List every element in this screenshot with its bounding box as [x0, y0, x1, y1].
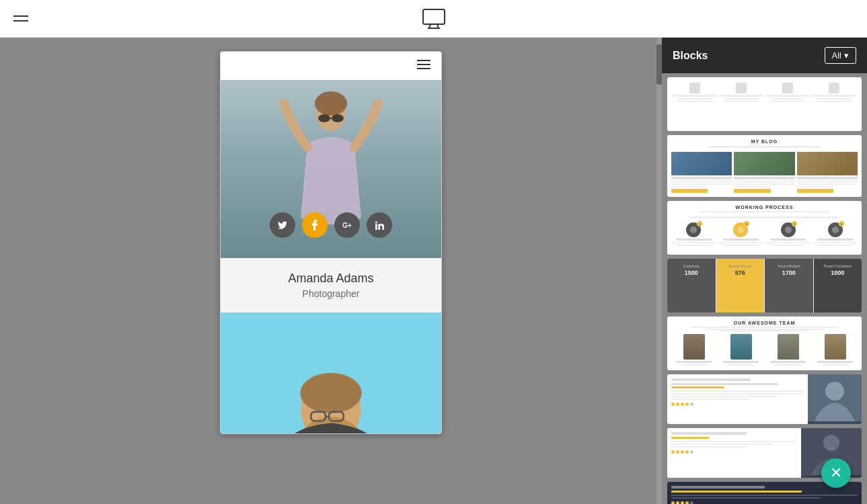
canvas-area: G+ Amanda Adams Photographer — [0, 38, 662, 504]
mobile-frame-content[interactable]: G+ Amanda Adams Photographer — [221, 52, 441, 433]
block-working-process-thumb[interactable]: WORKING PROCESS 1 — [667, 201, 862, 255]
block-blog-thumb[interactable]: MY BLOG — [667, 135, 862, 197]
blocks-list: MY BLOG — [662, 73, 867, 504]
hamburger-menu-icon[interactable] — [13, 15, 28, 22]
block-stats-thumb[interactable]: Customers 1500 Awards Winner 576 Hours W… — [667, 259, 862, 312]
block-about-image — [808, 374, 862, 424]
sidebar-content: Blocks All ▾ — [662, 38, 867, 504]
facebook-button[interactable] — [302, 212, 328, 238]
profile-name: Amanda Adams — [234, 271, 428, 286]
block-about-split-thumb[interactable] — [667, 374, 862, 424]
second-card-image — [221, 312, 441, 433]
right-sidebar: Blocks All ▾ — [662, 38, 867, 504]
svg-point-16 — [825, 382, 844, 401]
frame-header — [221, 52, 441, 80]
svg-point-18 — [823, 435, 839, 451]
frame-hero-image: G+ — [221, 80, 441, 258]
profile-name-section: Amanda Adams Photographer — [221, 258, 441, 312]
svg-point-5 — [315, 91, 347, 116]
social-icons-row: G+ — [264, 212, 398, 238]
block-team-thumb[interactable]: OUR AWESOME TEAM — [667, 317, 862, 370]
svg-point-7 — [332, 114, 344, 122]
sidebar-header: Blocks All ▾ — [662, 38, 867, 73]
canvas-scrollbar-thumb[interactable] — [656, 44, 662, 85]
monitor-icon — [422, 8, 446, 30]
svg-rect-0 — [423, 9, 445, 24]
linkedin-button[interactable] — [367, 212, 392, 238]
canvas-scrollbar[interactable] — [656, 38, 662, 504]
google-plus-button[interactable]: G+ — [334, 212, 360, 238]
main-area: G+ Amanda Adams Photographer — [0, 38, 867, 504]
frame-hamburger-icon[interactable] — [417, 60, 430, 72]
profile-title: Photographer — [234, 288, 428, 299]
close-fab-icon: ✕ — [830, 464, 842, 482]
all-filter-button[interactable]: All ▾ — [825, 47, 856, 64]
close-fab-button[interactable]: ✕ — [821, 458, 851, 488]
svg-point-11 — [300, 373, 361, 413]
block-process-thumb[interactable] — [667, 77, 862, 131]
top-header — [0, 0, 867, 38]
mobile-preview-frame: G+ Amanda Adams Photographer — [220, 51, 442, 434]
svg-point-6 — [318, 114, 330, 122]
sidebar-title: Blocks — [673, 50, 708, 62]
twitter-button[interactable] — [270, 212, 295, 238]
